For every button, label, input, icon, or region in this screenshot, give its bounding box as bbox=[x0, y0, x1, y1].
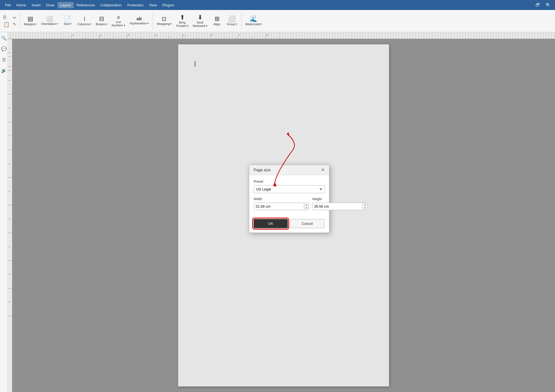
height-up-button[interactable]: ▲ bbox=[363, 203, 367, 207]
wrapping-button[interactable]: ⊡ Wrapping bbox=[155, 15, 173, 27]
sidebar-search-icon[interactable]: 🔍 bbox=[0, 34, 8, 42]
svg-text:2: 2 bbox=[8, 70, 11, 71]
svg-text:1: 1 bbox=[8, 56, 11, 57]
menu-plugins[interactable]: Plugins bbox=[160, 2, 177, 8]
menu-file[interactable]: File bbox=[2, 2, 14, 8]
send-backward-label: SendBackward ▾ bbox=[193, 21, 207, 28]
left-sidebar: 🔍 💬 ☰ 🔊 bbox=[0, 32, 8, 392]
margins-label: Margins bbox=[24, 22, 37, 26]
hyphenation-button[interactable]: ab Hyphenation bbox=[128, 16, 150, 26]
ruler-vertical: 1 2 bbox=[8, 39, 12, 392]
menu-protection[interactable]: Protection bbox=[125, 2, 147, 8]
group-button[interactable]: ⬜ Group bbox=[225, 15, 239, 27]
width-down-button[interactable]: ▼ bbox=[304, 207, 309, 210]
main-content: Page size ✕ Preset US Legal Letter A4 A3… bbox=[12, 39, 555, 392]
page-size-dialog: Page size ✕ Preset US Legal Letter A4 A3… bbox=[249, 165, 329, 233]
dimensions-row: Width ▲ ▼ Height bbox=[254, 197, 325, 210]
modal-overlay: Page size ✕ Preset US Legal Letter A4 A3… bbox=[12, 39, 555, 392]
sidebar-audio-icon[interactable]: 🔊 bbox=[0, 67, 8, 74]
menu-bar: File Home Insert Draw Layout References … bbox=[0, 0, 555, 10]
menu-references[interactable]: References bbox=[74, 2, 98, 8]
dialog-title: Page size bbox=[254, 168, 271, 172]
svg-marker-49 bbox=[287, 132, 289, 137]
height-spinner: ▲ ▼ bbox=[362, 203, 367, 210]
preset-select[interactable]: US Legal Letter A4 A3 Custom bbox=[254, 185, 325, 193]
bring-forward-label: BringForward ▾ bbox=[176, 21, 188, 28]
paste-icon[interactable]: 📋 bbox=[3, 21, 9, 27]
menu-view[interactable]: View bbox=[146, 2, 160, 8]
window-restore-icon[interactable]: 🗗 bbox=[534, 2, 542, 8]
width-input-wrap: ▲ ▼ bbox=[254, 203, 309, 210]
bring-forward-button[interactable]: ⬆ BringForward ▾ bbox=[175, 13, 190, 29]
group-icon: ⬜ bbox=[228, 16, 236, 22]
size-icon: 📄 bbox=[64, 16, 71, 22]
width-field: Width ▲ ▼ bbox=[254, 197, 309, 210]
menu-layout[interactable]: Layout bbox=[57, 2, 74, 8]
cancel-button[interactable]: Cancel bbox=[290, 219, 325, 228]
group-label: Group bbox=[227, 22, 237, 26]
columns-button[interactable]: ⫶ Columns bbox=[76, 15, 93, 27]
align-icon: ⊞ bbox=[215, 16, 220, 22]
dialog-header: Page size ✕ bbox=[249, 165, 329, 175]
dialog-body: Preset US Legal Letter A4 A3 Custom Widt… bbox=[249, 175, 329, 219]
size-button[interactable]: 📄 Size bbox=[61, 15, 75, 27]
preset-label: Preset bbox=[254, 180, 325, 184]
dialog-close-button[interactable]: ✕ bbox=[321, 168, 325, 172]
ok-button[interactable]: OK bbox=[254, 219, 288, 228]
svg-text:7: 7 bbox=[239, 34, 240, 36]
send-backward-icon: ⬇ bbox=[198, 14, 203, 21]
watermark-button[interactable]: 🌊 Watermark bbox=[244, 15, 264, 27]
copy-icon[interactable]: ⎘ bbox=[3, 14, 9, 20]
height-field: Height ▲ ▼ bbox=[312, 197, 367, 210]
svg-text:6: 6 bbox=[211, 34, 212, 36]
ruler-horizontal: 1 2 3 4 5 6 7 8 bbox=[8, 32, 555, 39]
breaks-label: Breaks bbox=[96, 22, 107, 26]
svg-text:4: 4 bbox=[155, 34, 157, 36]
columns-icon: ⫶ bbox=[83, 16, 86, 22]
watermark-label: Watermark bbox=[245, 22, 262, 26]
svg-text:5: 5 bbox=[183, 34, 185, 36]
margins-button[interactable]: ▤ Margins bbox=[22, 15, 38, 27]
orientation-label: Orientation bbox=[41, 22, 58, 26]
menu-draw[interactable]: Draw bbox=[43, 2, 57, 8]
width-up-button[interactable]: ▲ bbox=[304, 203, 309, 207]
search-icon[interactable]: 🔍 bbox=[544, 2, 553, 8]
hyphenation-label: Hyphenation bbox=[130, 22, 149, 25]
send-backward-button[interactable]: ⬇ SendBackward ▾ bbox=[191, 13, 209, 29]
cut-icon[interactable]: ✂ bbox=[13, 15, 16, 21]
line-numbers-button[interactable]: ≡ LineNumbers ▾ bbox=[110, 14, 127, 28]
menu-home[interactable]: Home bbox=[14, 2, 29, 8]
separator-3 bbox=[241, 13, 241, 29]
line-numbers-icon: ≡ bbox=[117, 15, 120, 20]
width-input[interactable] bbox=[254, 203, 304, 210]
ruler-h-marks: 1 2 3 4 5 6 7 8 bbox=[8, 32, 555, 39]
watermark-icon: 🌊 bbox=[250, 16, 257, 22]
separator-2 bbox=[153, 13, 153, 29]
svg-text:3: 3 bbox=[128, 34, 129, 36]
height-input-wrap: ▲ ▼ bbox=[312, 203, 367, 210]
toolbar: ⎘ 📋 ✂ ↖ ▤ Margins ⬜ Orientation 📄 Size ⫶… bbox=[0, 10, 555, 32]
menu-insert[interactable]: Insert bbox=[29, 2, 44, 8]
height-label: Height bbox=[312, 197, 367, 201]
height-input[interactable] bbox=[312, 203, 362, 210]
line-numbers-label: LineNumbers ▾ bbox=[112, 21, 125, 27]
hyphenation-icon: ab bbox=[137, 17, 142, 21]
sidebar-comment-icon[interactable]: 💬 bbox=[0, 45, 8, 53]
separator-1 bbox=[20, 13, 20, 29]
align-button[interactable]: ⊞ Align bbox=[210, 15, 224, 27]
sidebar-list-icon[interactable]: ☰ bbox=[1, 56, 7, 63]
height-down-button[interactable]: ▼ bbox=[363, 207, 367, 210]
select-icon[interactable]: ↖ bbox=[13, 22, 16, 27]
breaks-button[interactable]: ⊟ Breaks bbox=[94, 15, 109, 27]
dialog-footer: OK Cancel bbox=[249, 219, 329, 233]
width-label: Width bbox=[254, 197, 309, 201]
size-label: Size bbox=[64, 22, 72, 26]
orientation-button[interactable]: ⬜ Orientation bbox=[39, 15, 60, 27]
orientation-icon: ⬜ bbox=[46, 16, 53, 22]
columns-label: Columns bbox=[77, 22, 91, 26]
menu-collaboration[interactable]: Collaboration bbox=[98, 2, 125, 8]
bring-forward-icon: ⬆ bbox=[180, 14, 185, 21]
breaks-icon: ⊟ bbox=[99, 16, 104, 22]
margins-icon: ▤ bbox=[27, 16, 33, 22]
width-spinner: ▲ ▼ bbox=[304, 203, 309, 210]
